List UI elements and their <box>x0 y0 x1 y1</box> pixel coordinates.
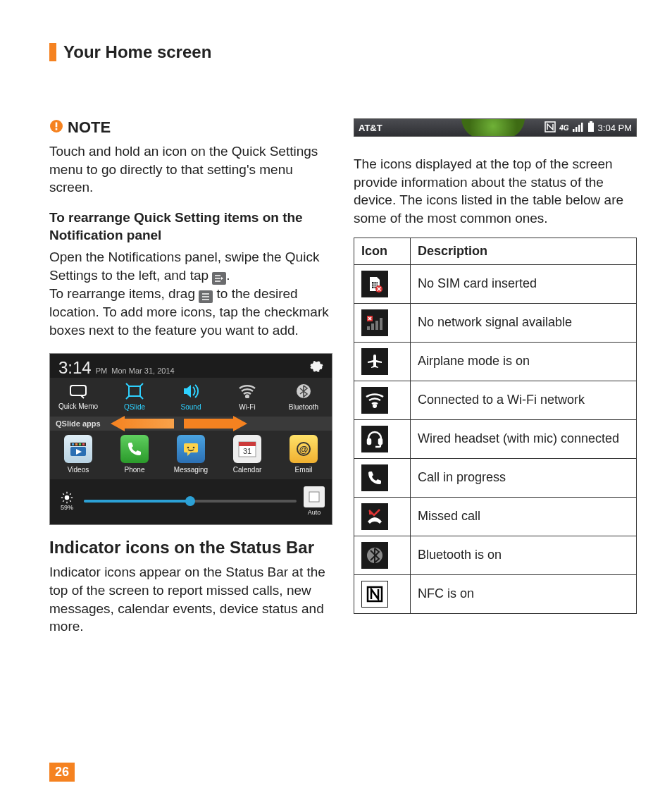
table-desc: Wired headset (with mic) connected <box>411 419 637 458</box>
no-signal-icon <box>361 309 388 336</box>
drag-arrow-right-icon <box>184 416 247 431</box>
sound-icon <box>180 382 202 400</box>
panel-date: Mon Mar 31, 2014 <box>111 366 174 375</box>
rearrange-p1a: Open the Notifications panel, swipe the … <box>49 250 319 283</box>
qs-label: Quick Memo <box>58 403 98 411</box>
status-icons-table: Icon Description No SIM card inserted No… <box>354 238 637 614</box>
table-row: Call in progress <box>354 458 637 497</box>
wifi-icon <box>236 382 259 400</box>
table-header-icon: Icon <box>354 238 411 264</box>
qs-bluetooth: Bluetooth <box>281 382 326 411</box>
table-row: Airplane mode is on <box>354 342 637 381</box>
calendar-icon: 31 <box>233 435 261 463</box>
note-body: Touch and hold an icon on the Quick Sett… <box>49 142 332 197</box>
svg-rect-41 <box>309 492 319 502</box>
svg-rect-48 <box>588 123 594 132</box>
svg-rect-46 <box>581 123 583 132</box>
svg-rect-44 <box>575 127 578 132</box>
no-sim-icon <box>361 271 388 297</box>
svg-point-25 <box>193 447 195 449</box>
page-number: 26 <box>49 763 75 782</box>
svg-rect-55 <box>367 326 370 330</box>
battery-status-icon <box>587 121 595 135</box>
app-calendar: 31 Calendar <box>225 435 270 474</box>
app-email: @ Email <box>281 435 326 474</box>
svg-marker-63 <box>369 510 373 515</box>
table-desc: No SIM card inserted <box>411 264 637 303</box>
svg-rect-19 <box>82 443 85 445</box>
brightness-icon: 59% <box>57 491 77 511</box>
bluetooth-icon <box>292 382 315 400</box>
app-label: Email <box>294 466 312 474</box>
svg-rect-16 <box>72 443 74 445</box>
table-desc: Connected to a Wi-Fi network <box>411 381 637 419</box>
svg-text:31: 31 <box>243 447 251 455</box>
table-row: No SIM card inserted <box>354 264 637 303</box>
svg-rect-45 <box>578 125 580 132</box>
qslide-icon <box>123 382 146 400</box>
svg-rect-12 <box>129 386 140 396</box>
svg-point-32 <box>65 495 70 500</box>
section-title: Your Home screen <box>63 42 211 62</box>
note-label: NOTE <box>68 118 111 137</box>
app-label: Phone <box>125 466 145 474</box>
svg-point-13 <box>246 395 249 398</box>
app-messaging: Messaging <box>168 435 213 474</box>
svg-rect-58 <box>380 318 382 330</box>
qs-label: Sound <box>181 403 201 411</box>
svg-marker-9 <box>111 416 174 431</box>
brightness-value: 59% <box>61 504 73 511</box>
svg-text:@: @ <box>299 444 309 455</box>
page-header: Your Home screen <box>49 42 637 62</box>
status-bar-screenshot: AT&T 4G 3:04 PM <box>354 118 637 137</box>
svg-line-37 <box>63 493 64 495</box>
svg-rect-1 <box>56 123 58 128</box>
signal-status-icon <box>573 122 584 134</box>
panel-time: 3:14 <box>58 358 92 378</box>
table-row: No network signal available <box>354 303 637 342</box>
qs-sound: Sound <box>168 382 213 411</box>
drag-handle-icon <box>199 290 213 303</box>
svg-rect-62 <box>379 439 382 444</box>
qs-label: Wi-Fi <box>239 403 255 411</box>
app-label: Messaging <box>174 466 208 474</box>
auto-brightness-icon <box>304 486 325 507</box>
table-desc: NFC is on <box>411 574 637 613</box>
rearrange-p2a: To rearrange items, drag <box>49 286 199 301</box>
note-heading: NOTE <box>49 118 332 137</box>
svg-marker-10 <box>184 416 247 431</box>
svg-rect-61 <box>368 439 371 444</box>
svg-marker-26 <box>187 452 191 456</box>
wallpaper-peek <box>461 118 525 137</box>
table-desc: Call in progress <box>411 458 637 497</box>
app-videos: Videos <box>56 435 101 474</box>
qs-label: QSlide <box>124 403 145 411</box>
svg-line-38 <box>70 500 71 502</box>
rearrange-header: To rearrange Quick Setting items on the … <box>49 209 332 244</box>
svg-point-60 <box>373 405 376 407</box>
svg-line-39 <box>70 493 71 495</box>
brightness-slider <box>84 500 297 503</box>
app-phone: Phone <box>112 435 157 474</box>
videos-icon <box>64 435 92 463</box>
warning-icon <box>49 119 63 136</box>
auto-brightness: Auto <box>304 486 325 516</box>
title-accent <box>49 43 56 61</box>
svg-rect-43 <box>573 129 575 132</box>
table-desc: Bluetooth is on <box>411 536 637 574</box>
table-row: Wired headset (with mic) connected <box>354 419 637 458</box>
rearrange-p1b: . <box>226 268 230 283</box>
svg-rect-57 <box>375 321 378 330</box>
indicator-header: Indicator icons on the Status Bar <box>49 538 332 557</box>
statusbar-time: 3:04 PM <box>598 123 632 133</box>
nfc-status-icon <box>545 121 556 135</box>
svg-point-24 <box>187 447 189 449</box>
table-row: NFC is on <box>354 574 637 613</box>
qs-label: Bluetooth <box>289 403 318 411</box>
quick-memo-icon <box>67 382 89 400</box>
panel-ampm: PM <box>96 366 108 375</box>
drag-arrow-left-icon <box>111 416 174 431</box>
app-label: Calendar <box>233 466 262 474</box>
svg-rect-47 <box>590 121 592 123</box>
indicator-body: Indicator icons appear on the Status Bar… <box>49 563 332 636</box>
